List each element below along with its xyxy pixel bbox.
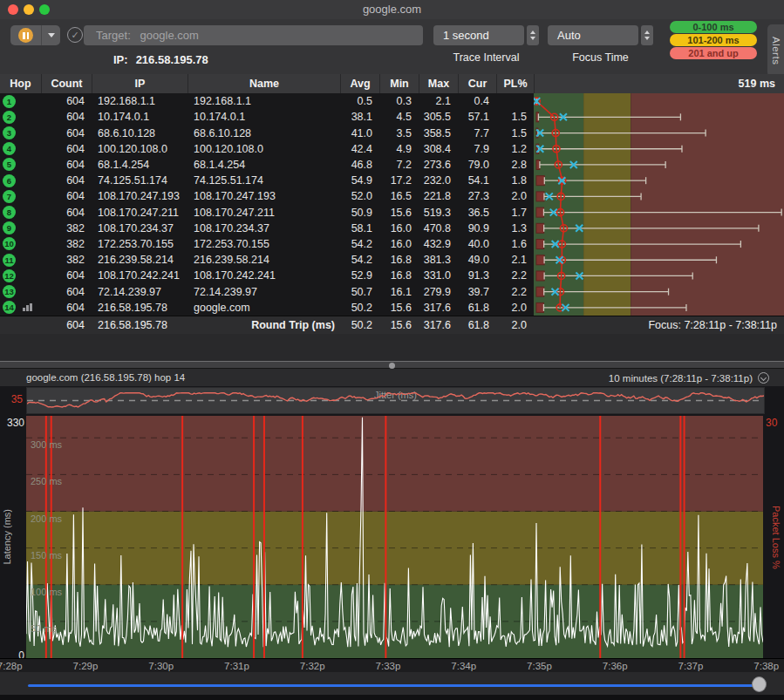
header-min[interactable]: Min [379,74,419,93]
focus-time-stepper[interactable] [641,25,653,45]
footer-ip: 216.58.195.78 [92,316,187,334]
cell-pl: 1.6 [496,238,534,250]
cell-avg: 38.1 [340,111,379,123]
jitter-axis-value: 35 [5,393,23,405]
cell-cur: 27.3 [458,190,496,202]
header-pl[interactable]: PL% [496,74,534,93]
footer-cur: 61.8 [458,316,496,334]
time-axis-label: 7:28p [0,661,23,671]
chevron-down-icon [48,33,55,37]
cell-max: 519.3 [419,207,458,219]
graph-scale-label: 519 ms [534,74,784,93]
cell-cur: 7.7 [458,127,496,139]
cell-avg: 46.8 [340,159,379,171]
cell-ip: 68.1.4.254 [92,159,187,171]
cell-avg: 54.2 [340,254,379,266]
cell-pl: 2.2 [496,269,534,282]
cell-ip: 10.174.0.1 [92,111,187,123]
cell-max: 273.6 [419,159,458,171]
header-ip[interactable]: IP [92,74,187,93]
cell-ip: 192.168.1.1 [92,95,187,107]
hop-number-badge: 1 [3,95,16,108]
latency-legend: 0-100 ms 101-200 ms 201 and up [670,21,757,59]
round-trip-row[interactable]: 604 216.58.195.78 Round Trip (ms) 50.2 1… [0,316,784,334]
ip-value: 216.58.195.78 [136,53,208,67]
cell-pl: 2.2 [496,286,534,298]
trace-interval-stepper[interactable] [527,25,539,45]
cell-name: 68.1.4.254 [187,159,340,171]
cell-cur: 54.1 [458,174,496,187]
latency-timeline-chart[interactable]: 300 ms250 ms200 ms150 ms100 ms50 ms [26,416,763,658]
cell-max: 358.5 [419,127,458,139]
hop-latency-minigraph[interactable] [534,93,784,316]
footer-count: 604 [41,316,92,334]
scrollbar-thumb[interactable] [752,676,767,692]
hop-number-badge: 10 [3,237,16,250]
stepper-down-icon [644,37,650,40]
cell-max: 2.1 [419,95,458,107]
header-count[interactable]: Count [41,74,92,93]
cell-ip: 172.253.70.155 [92,238,187,250]
cell-ip: 108.170.242.241 [92,269,187,282]
hop-number-badge: 8 [3,206,16,219]
cell-count: 604 [41,207,92,219]
cell-pl: 2.0 [496,302,534,314]
header-cur[interactable]: Cur [458,74,496,93]
cell-pl: 2.8 [496,159,534,171]
jitter-strip[interactable]: Jitter (ms) [26,387,765,414]
cell-cur: 0.4 [458,95,496,107]
ip-readout: IP: 216.58.195.78 [113,53,208,67]
alerts-side-tab[interactable]: Alerts [767,24,784,77]
pause-button[interactable] [10,25,42,45]
cell-cur: 39.7 [458,286,496,298]
trace-interval-select[interactable]: 1 second [433,25,524,45]
timeline-scrollbar[interactable] [0,672,784,695]
timeline-panel: google.com (216.58.195.78) hop 14 10 min… [0,369,784,700]
cell-cur: 7.9 [458,143,496,155]
cell-count: 604 [41,302,92,314]
header-hop[interactable]: Hop [0,74,41,93]
hop-number-badge: 12 [3,269,16,282]
cell-pl: 2.0 [496,190,534,202]
splitter-handle[interactable] [0,361,784,369]
pingplotter-window: google.com ✓ 1 second Trace Interval Aut… [0,0,784,700]
cell-count: 604 [41,286,92,298]
confirm-target-button[interactable]: ✓ [67,27,83,43]
hop-number-badge: 4 [3,142,16,155]
cell-count: 604 [41,95,92,107]
cell-min: 16.0 [379,238,419,250]
cell-ip: 68.6.10.128 [92,127,187,139]
legend-badge-red[interactable]: 201 and up [670,47,757,59]
cell-max: 221.8 [419,190,458,202]
pause-menu-button[interactable] [42,25,60,45]
target-input[interactable] [84,25,423,45]
cell-name: 108.170.242.241 [187,269,340,282]
time-axis-label: 7:37p [678,661,704,671]
cell-max: 279.9 [419,286,458,298]
cell-name: 172.253.70.155 [187,238,340,250]
hop-number-badge: 2 [3,111,16,124]
cell-name: 74.125.51.174 [187,174,340,187]
trace-table-body: 1604192.168.1.1192.168.1.10.50.32.10.426… [0,93,784,316]
header-max[interactable]: Max [419,74,458,93]
cell-name: 108.170.247.211 [187,207,340,219]
hop-number-badge: 11 [3,254,16,267]
cell-avg: 52.0 [340,190,379,202]
header-name[interactable]: Name [187,74,340,93]
focus-time-select[interactable]: Auto [548,25,638,45]
ip-label: IP: [113,53,128,67]
cell-min: 15.6 [379,302,419,314]
scrollbar-track[interactable] [28,684,757,687]
timeline-title: google.com (216.58.195.78) hop 14 [26,372,185,383]
packet-loss-axis-label: Packet Loss % [769,416,782,658]
time-axis-label: 7:35p [527,661,552,671]
legend-badge-green[interactable]: 0-100 ms [670,21,757,33]
legend-badge-yellow[interactable]: 101-200 ms [670,34,757,46]
timeline-options-icon[interactable] [758,372,769,384]
cell-min: 4.9 [379,143,419,155]
cell-max: 308.4 [419,143,458,155]
latency-axis-label: Latency (ms) [1,416,13,658]
gridline-label: 50 ms [31,623,57,634]
header-avg[interactable]: Avg [340,74,379,93]
cell-avg: 58.1 [340,222,379,234]
